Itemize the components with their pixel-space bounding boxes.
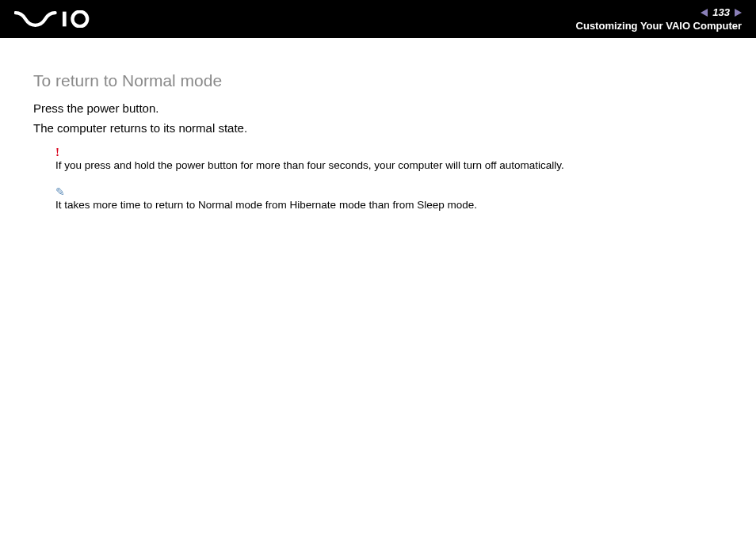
body-paragraph-1: Press the power button. [33,101,756,115]
next-page-arrow-icon[interactable] [735,9,742,17]
info-note: ✎ It takes more time to return to Normal… [55,185,756,211]
pencil-icon: ✎ [55,185,756,198]
prev-page-arrow-icon[interactable] [701,9,708,17]
content-heading: To return to Normal mode [33,71,756,90]
page-content: To return to Normal mode Press the power… [0,38,756,211]
body-paragraph-2: The computer returns to its normal state… [33,121,756,135]
vaio-logo [14,10,113,28]
page-navigation: 133 [701,6,742,18]
page-header: 133 Customizing Your VAIO Computer [0,0,756,38]
section-title: Customizing Your VAIO Computer [576,20,742,32]
warning-text: If you press and hold the power button f… [55,159,756,171]
svg-point-1 [72,12,87,27]
vaio-logo-svg [14,10,113,28]
svg-rect-0 [63,12,67,27]
header-right: 133 Customizing Your VAIO Computer [576,6,742,32]
exclamation-icon: ! [55,146,756,159]
warning-note: ! If you press and hold the power button… [55,146,756,171]
info-text: It takes more time to return to Normal m… [55,199,756,211]
page-number: 133 [712,6,730,18]
